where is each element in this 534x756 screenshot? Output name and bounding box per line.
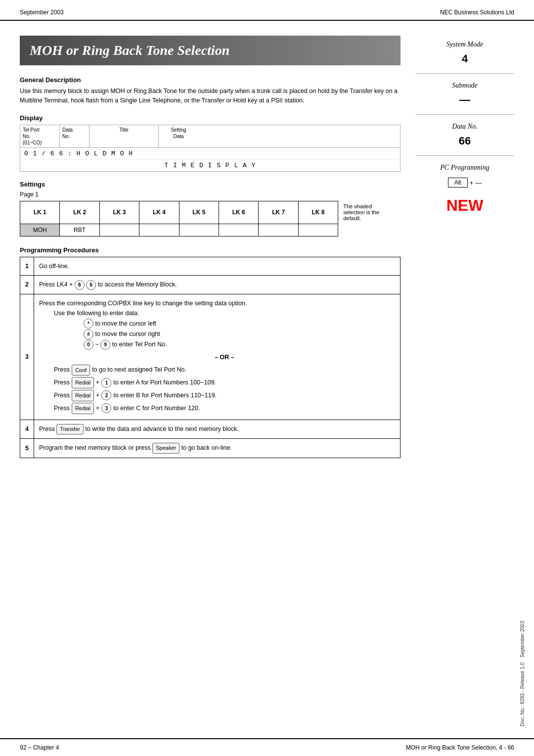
title-banner: MOH or Ring Back Tone Selection	[20, 36, 400, 65]
press-redial-2-line: Press Redial + 2 to enter B for Port Num…	[54, 390, 395, 401]
step-3-content: Press the corresponding CO/PBX line key …	[34, 294, 400, 420]
footer-right: MOH or Ring Back Tone Selection, 4 - 66	[406, 744, 514, 751]
lk-col-5: LK 5	[179, 201, 219, 224]
key-redial-3: Redial	[72, 403, 94, 414]
display-row2: T I M E D I S P L A Y	[20, 160, 400, 171]
left-column: MOH or Ring Back Tone Selection General …	[20, 36, 400, 458]
lk-col-4: LK 4	[139, 201, 179, 224]
step-4-num: 4	[20, 420, 34, 439]
key-transfer: Transfer	[56, 424, 84, 435]
lk-table: LK 1 LK 2 LK 3 LK 4 LK 5 LK 6 LK 7 LK 8 …	[20, 201, 400, 236]
step-5-content: Program the next memory block or press S…	[34, 439, 400, 458]
display-col3-header: Title	[89, 125, 159, 147]
key-9: 9	[100, 340, 110, 350]
key-6b: 6	[86, 280, 96, 290]
step-5-row: 5 Program the next memory block or press…	[20, 439, 400, 458]
display-col1-header: Tel PortNo.(01~CO)	[20, 125, 60, 147]
step-3-use-following: Use the following to enter data:	[54, 308, 395, 319]
step-3-item3: 0 ~ 9 to enter Tel Port No.	[84, 339, 395, 350]
lk-rbt: RBT	[60, 224, 99, 236]
data-no-value: 66	[459, 135, 471, 147]
lk-col-3: LK 3	[99, 201, 139, 224]
key-num-2: 2	[101, 390, 111, 400]
pc-programming-label: PC Programming	[440, 164, 489, 172]
settings-heading: Settings	[20, 181, 400, 188]
key-num-3: 3	[101, 403, 111, 413]
key-6a: 6	[75, 280, 85, 290]
press-redial-1-line: Press Redial + 1 to enter A for Port Num…	[54, 377, 395, 388]
footer-left: 92 – Chapter 4	[20, 744, 59, 751]
general-desc-heading: General Description	[20, 76, 400, 84]
lk-col-8: LK 8	[298, 201, 338, 224]
key-redial-1: Redial	[72, 377, 94, 388]
display-col-headers: Tel PortNo.(01~CO) DataNo. Title Setting…	[20, 125, 400, 148]
procedures-table: 1 Go off-line. 2 Press LK4 + 6 6 to acce…	[20, 257, 400, 458]
display-table: Tel PortNo.(01~CO) DataNo. Title Setting…	[20, 125, 400, 172]
key-0: 0	[84, 340, 93, 350]
step-2-num: 2	[20, 275, 34, 294]
header-company: NEC Business Solutions Ltd	[440, 9, 514, 16]
lk-col-6: LK 6	[219, 201, 259, 224]
divider-1	[415, 73, 514, 74]
page-header: September 2003 NEC Business Solutions Lt…	[0, 0, 534, 21]
step-3-row: 3 Press the corresponding CO/PBX line ke…	[20, 294, 400, 420]
key-redial-2: Redial	[72, 390, 94, 401]
step-3-item1: * to move the cursor left	[84, 319, 395, 329]
step-3-text: Press the corresponding CO/PBX line key …	[39, 300, 247, 307]
or-text: – OR –	[54, 352, 395, 363]
pc-programming-input: Alt	[448, 178, 468, 188]
step-4-content: Press Transfer to write the data and adv…	[34, 420, 400, 439]
lk-empty-7	[259, 224, 298, 236]
new-label: NEW	[446, 196, 484, 215]
key-conf: Conf	[72, 365, 90, 376]
key-star: *	[84, 319, 93, 329]
procedures-heading: Programming Procedures	[20, 246, 400, 254]
submode-value: —	[459, 94, 470, 106]
key-speaker: Speaker	[152, 443, 179, 454]
lk-col-2: LK 2	[60, 201, 99, 224]
step-5-num: 5	[20, 439, 34, 458]
data-no-label: Data No.	[452, 123, 477, 131]
main-content: MOH or Ring Back Tone Selection General …	[0, 21, 534, 498]
system-mode-label: System Mode	[446, 41, 483, 48]
press-label-4: Press	[54, 403, 70, 414]
procedures-section: Programming Procedures 1 Go off-line. 2	[20, 246, 400, 458]
lk-note: The shadedselection is thedefault.	[338, 201, 400, 224]
step-3-item2: # to move the cursor right	[84, 329, 395, 339]
display-section: Display Tel PortNo.(01~CO) DataNo. Title…	[20, 114, 400, 172]
pc-programming-box: Alt + —	[448, 178, 482, 188]
display-row1: 0 1 / 6 6 : H O L D M O H	[20, 148, 400, 160]
settings-page-label: Page 1	[20, 191, 400, 198]
divider-3	[415, 155, 514, 156]
pc-plus: +	[470, 179, 474, 187]
lk-moh: MOH	[20, 224, 60, 236]
lk-col-1: LK 1	[20, 201, 60, 224]
lk-empty-5	[179, 224, 219, 236]
step-3-num: 3	[20, 294, 34, 420]
step-4-row: 4 Press Transfer to write the data and a…	[20, 420, 400, 439]
submode-label: Submode	[452, 82, 477, 90]
lk-col-7: LK 7	[259, 201, 298, 224]
right-column: System Mode 4 Submode — Data No. 66 PC P…	[415, 36, 514, 458]
step-2-row: 2 Press LK4 + 6 6 to access the Memory B…	[20, 275, 400, 294]
system-mode-value: 4	[462, 52, 468, 65]
step-1-text: Go off-line.	[39, 263, 69, 270]
press-redial-3-line: Press Redial + 3 to enter C for Port Num…	[54, 403, 395, 414]
lk-empty-8	[298, 224, 338, 236]
page-footer: 92 – Chapter 4 MOH or Ring Back Tone Sel…	[0, 738, 534, 756]
general-description-section: General Description Use this memory bloc…	[20, 76, 400, 105]
step-2-content: Press LK4 + 6 6 to access the Memory Blo…	[34, 275, 400, 294]
step-1-num: 1	[20, 257, 34, 275]
settings-section: Settings Page 1 LK 1 LK 2 LK 3 LK 4 LK 5…	[20, 181, 400, 236]
step-3-sub: Use the following to enter data: * to mo…	[54, 308, 395, 414]
pc-dash: —	[475, 179, 482, 187]
display-heading: Display	[20, 114, 400, 122]
press-label-3: Press	[54, 390, 70, 401]
display-col2-header: DataNo.	[60, 125, 89, 147]
lk-empty-3	[99, 224, 139, 236]
step-1-row: 1 Go off-line.	[20, 257, 400, 275]
press-label-2: Press	[54, 378, 70, 388]
press-conf-line: Press Conf to go to next assigned Tel Po…	[54, 365, 395, 376]
press-label-1: Press	[54, 365, 70, 375]
general-desc-text: Use this memory block to assign MOH or R…	[20, 87, 400, 105]
